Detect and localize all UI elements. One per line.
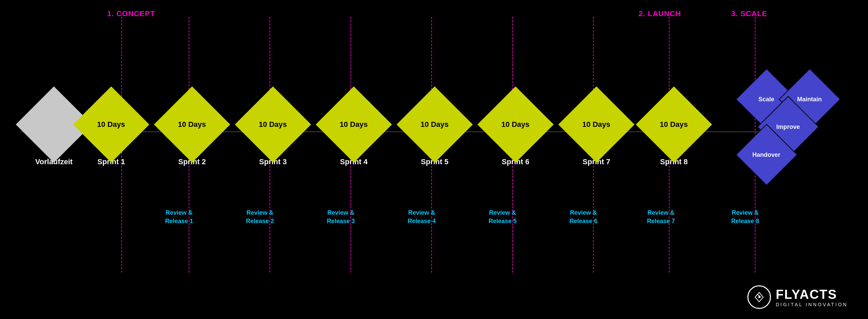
sprint3-days: 10 Days: [259, 120, 287, 129]
sprint6-inner: 10 Days: [501, 120, 529, 129]
sprint7-wrapper: 10 Days Sprint 7: [569, 98, 623, 166]
phase-scale: 3. SCALE: [731, 9, 767, 18]
sprint4-diamond: 10 Days: [316, 86, 392, 163]
logo: FLYACTS DIGITAL INNOVATION: [747, 285, 848, 309]
improve-inner: Improve: [776, 123, 800, 131]
review8-wrapper: Review &Release 8: [731, 209, 759, 225]
sprint1-wrapper: 10 Days Sprint 1: [84, 98, 138, 166]
sprint8-days: 10 Days: [660, 120, 688, 129]
sprint7-diamond: 10 Days: [558, 86, 634, 163]
vorlaufzeit-wrapper: Vorlaufzeit: [27, 98, 81, 166]
review5-wrapper: Review &Release 5: [489, 209, 517, 225]
sprint5-inner: 10 Days: [421, 120, 448, 129]
phase-concept: 1. CONCEPT: [107, 9, 155, 18]
sprint4-inner: 10 Days: [340, 120, 368, 129]
sprint2-inner: 10 Days: [178, 120, 206, 129]
sprint6-wrapper: 10 Days Sprint 6: [489, 98, 542, 166]
review5-label: Review &Release 5: [489, 209, 517, 225]
review7-wrapper: Review &Release 7: [647, 209, 675, 225]
logo-main-text: FLYACTS: [776, 287, 848, 302]
sprint1-diamond: 10 Days: [73, 86, 149, 163]
review4-label: Review &Release 4: [408, 209, 436, 225]
sprint3-inner: 10 Days: [259, 120, 287, 129]
handover-inner: Handover: [752, 151, 780, 158]
sprint4-wrapper: 10 Days Sprint 4: [327, 98, 381, 166]
sprint5-diamond: 10 Days: [397, 86, 473, 163]
review3-wrapper: Review &Release 3: [327, 209, 355, 225]
sprint5-days: 10 Days: [421, 120, 448, 129]
main-container: 1. CONCEPT 2. LAUNCH 3. SCALE Vorlaufzei…: [0, 0, 868, 319]
logo-bird-icon: [752, 290, 767, 305]
sprint7-inner: 10 Days: [582, 120, 610, 129]
phase-launch: 2. LAUNCH: [639, 9, 681, 18]
sprint7-days: 10 Days: [582, 120, 610, 129]
review6-label: Review &Release 6: [569, 209, 597, 225]
logo-circle: [747, 285, 771, 309]
sprint5-wrapper: 10 Days Sprint 5: [408, 98, 462, 166]
maintain-inner: Maintain: [797, 96, 822, 103]
review6-wrapper: Review &Release 6: [569, 209, 597, 225]
review2-wrapper: Review &Release 2: [246, 209, 274, 225]
review7-label: Review &Release 7: [647, 209, 675, 225]
sprint8-diamond: 10 Days: [636, 86, 712, 163]
sprint2-wrapper: 10 Days Sprint 2: [165, 98, 219, 186]
scale-inner: Scale: [758, 96, 774, 103]
review4-wrapper: Review &Release 4: [408, 209, 436, 225]
logo-text: FLYACTS DIGITAL INNOVATION: [776, 287, 848, 307]
review1-label: Review &Release 1: [165, 209, 193, 225]
sprint8-inner: 10 Days: [660, 120, 688, 129]
sprint3-wrapper: 10 Days Sprint 3: [246, 98, 300, 166]
sprint2-days: 10 Days: [178, 120, 206, 129]
review3-label: Review &Release 3: [327, 209, 355, 225]
sprint8-wrapper: 10 Days Sprint 8: [647, 98, 701, 166]
sprint3-diamond: 10 Days: [235, 86, 311, 163]
sprint4-days: 10 Days: [340, 120, 368, 129]
sprint2-diamond: 10 Days: [154, 86, 230, 163]
review2-label: Review &Release 2: [246, 209, 274, 225]
handover-diamond: Handover: [736, 124, 798, 186]
sprint1-inner: 10 Days: [97, 120, 125, 129]
sprint6-diamond: 10 Days: [477, 86, 554, 163]
logo-sub-text: DIGITAL INNOVATION: [776, 302, 848, 307]
review1-wrapper: Review &Release 1: [165, 209, 193, 225]
sprint6-days: 10 Days: [501, 120, 529, 129]
handover-diamond-wrapper: Handover: [745, 133, 788, 177]
review8-label: Review &Release 8: [731, 209, 759, 225]
sprint1-days: 10 Days: [97, 120, 125, 129]
